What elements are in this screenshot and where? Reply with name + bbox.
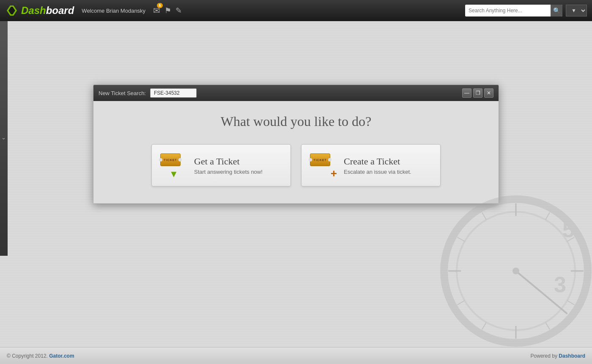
modal-options: TICKET ▼ Get a Ticket Start answering ti… — [110, 144, 482, 186]
header-dropdown[interactable]: ▼ — [566, 5, 587, 16]
create-ticket-icon: TICKET + — [310, 152, 337, 179]
modal-title-label: New Ticket Search: — [99, 90, 146, 96]
get-ticket-subtitle: Start answering tickets now! — [194, 169, 263, 175]
create-ticket-card[interactable]: TICKET + Create a Ticket Escalate an iss… — [301, 144, 441, 186]
logo-icon — [5, 4, 19, 17]
modal-restore-button[interactable]: ❐ — [473, 88, 482, 98]
get-ticket-card[interactable]: TICKET ▼ Get a Ticket Start answering ti… — [151, 144, 291, 186]
create-ticket-title: Create a Ticket — [344, 156, 411, 167]
modal-dialog: New Ticket Search: — ❐ ✕ What would you … — [93, 85, 499, 204]
get-ticket-title: Get a Ticket — [194, 156, 263, 167]
flag-icon-wrap[interactable]: ⚑ — [164, 6, 171, 15]
down-arrow-icon: ▼ — [169, 170, 178, 179]
modal-close-button[interactable]: ✕ — [484, 88, 493, 98]
modal-body: What would you like to do? TICKET ▼ Get … — [93, 101, 499, 203]
modal-controls: — ❐ ✕ — [462, 88, 493, 98]
notification-badge: 5 — [157, 3, 163, 8]
mail-icon-wrap[interactable]: ✉ 5 — [153, 5, 160, 16]
modal-title-input[interactable] — [150, 88, 197, 98]
search-box: 🔍 — [465, 5, 562, 16]
modal-header: New Ticket Search: — ❐ ✕ — [93, 85, 499, 101]
logo: Dashboard — [5, 4, 74, 17]
flag-icon: ⚑ — [164, 6, 171, 15]
get-ticket-label: TICKET — [164, 159, 177, 161]
get-ticket-icon: TICKET ▼ — [160, 152, 187, 179]
modal-question: What would you like to do? — [110, 114, 482, 129]
header-icons: ✉ 5 ⚑ ✎ — [153, 5, 182, 16]
footer: © Copyright 2012. Gator.com Powered by D… — [0, 347, 592, 364]
plus-icon: + — [331, 168, 337, 179]
search-button[interactable]: 🔍 — [551, 5, 562, 16]
pencil-icon: ✎ — [175, 6, 182, 15]
welcome-text: Welcome Brian Modansky — [82, 8, 145, 14]
company-link[interactable]: Gator.com — [49, 353, 74, 359]
main-content: New Ticket Search: — ❐ ✕ What would you … — [0, 21, 592, 347]
footer-powered-by: Powered by Dashboard — [531, 353, 585, 359]
modal-minimize-button[interactable]: — — [462, 88, 471, 98]
header: Dashboard Welcome Brian Modansky ✉ 5 ⚑ ✎… — [0, 0, 592, 21]
footer-brand: Dashboard — [559, 353, 585, 359]
pencil-icon-wrap[interactable]: ✎ — [175, 6, 182, 15]
create-ticket-label: TICKET — [313, 159, 326, 161]
copyright-text: © Copyright 2012. — [7, 353, 48, 359]
get-ticket-text: Get a Ticket Start answering tickets now… — [194, 156, 263, 175]
search-input[interactable] — [465, 5, 551, 16]
create-ticket-subtitle: Escalate an issue via ticket. — [344, 169, 411, 175]
create-ticket-text: Create a Ticket Escalate an issue via ti… — [344, 156, 411, 175]
logo-text: Dashboard — [21, 5, 74, 16]
